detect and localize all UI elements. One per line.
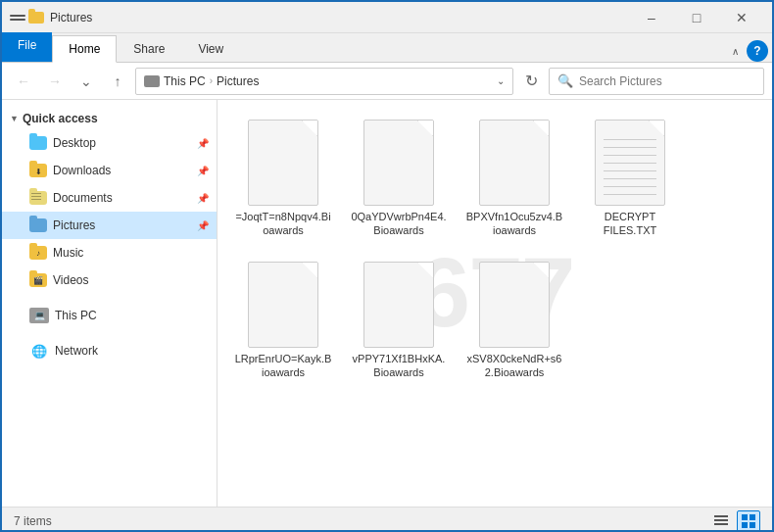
path-dropdown-arrow[interactable]: ⌄ [497,75,505,86]
sidebar-item-pictures[interactable]: Pictures 📌 [2,212,217,239]
documents-folder-icon [29,191,47,205]
ribbon-right-controls: ∧ ? [728,40,772,62]
address-path[interactable]: This PC › Pictures ⌄ [135,68,513,95]
icon-view-button[interactable] [737,510,760,532]
file-item-6[interactable]: xSV8X0ckeNdR+s62.Bioawards [460,254,568,388]
item-count: 7 items [14,514,52,528]
svg-rect-3 [742,514,748,520]
list-view-button[interactable] [709,510,733,532]
music-label: Music [53,246,83,260]
network-icon: 🌐 [29,343,49,359]
title-bar-app-icon [10,12,44,24]
file-icon-4 [248,262,318,348]
file-icon-2 [479,120,550,206]
svg-rect-5 [742,522,748,528]
back-button[interactable]: ← [10,68,37,95]
file-name-0: =JoqtT=n8Npqv4.Bioawards [234,210,332,238]
path-arrow-1: › [210,75,213,86]
help-button[interactable]: ? [747,40,768,62]
pictures-label: Pictures [53,218,95,232]
file-name-1: 0QaYDVwrbPn4E4.Bioawards [350,210,448,238]
file-name-5: vPPY71Xf1BHxKA.Bioawards [350,352,448,380]
file-icon-0 [248,120,318,206]
tab-file[interactable]: File [2,32,52,62]
pictures-folder-icon [29,218,47,232]
music-folder-icon: ♪ [29,246,47,260]
downloads-folder-icon: ⬇ [29,164,47,177]
file-item-3[interactable]: DECRYPT FILES.TXT [576,112,684,246]
file-item-4[interactable]: LRprEnrUO=Kayk.Bioawards [229,254,337,388]
address-bar: ← → ⌄ ↑ This PC › Pictures ⌄ ↻ 🔍 [2,63,772,100]
view-controls [709,510,760,532]
maximize-button[interactable]: □ [674,2,719,33]
path-pictures[interactable]: Pictures [217,74,259,88]
file-grid: =JoqtT=n8Npqv4.Bioawards 0QaYDVwrbPn4E4.… [229,112,760,387]
window-controls: – □ ✕ [629,2,764,33]
videos-label: Videos [53,273,88,287]
file-name-3: DECRYPT FILES.TXT [581,210,679,238]
sidebar-item-documents[interactable]: Documents 📌 [2,184,217,212]
path-icon [144,75,160,87]
title-bar: Pictures – □ ✕ [2,2,772,33]
ribbon-collapse-icon[interactable]: ∧ [728,44,743,59]
file-name-2: BPXVfn1Ocu5zv4.Bioawards [465,210,563,238]
up-button[interactable]: ↑ [104,68,131,95]
refresh-button[interactable]: ↻ [517,68,545,95]
path-this-pc[interactable]: This PC [164,74,206,88]
file-item-2[interactable]: BPXVfn1Ocu5zv4.Bioawards [460,112,568,246]
network-label: Network [55,344,98,358]
documents-pin-icon: 📌 [197,193,209,204]
status-bar: 7 items [2,507,772,532]
minimize-button[interactable]: – [629,2,674,33]
search-box[interactable]: 🔍 [549,68,764,95]
search-input[interactable] [579,74,755,88]
documents-label: Documents [53,191,113,205]
ribbon-tabs: File Home Share View ∧ ? [2,33,772,63]
file-name-6: xSV8X0ckeNdR+s62.Bioawards [465,352,563,380]
desktop-pin-icon: 📌 [197,138,209,149]
file-item-1[interactable]: 0QaYDVwrbPn4E4.Bioawards [345,112,453,246]
quick-access-header[interactable]: ▼ Quick access [2,108,217,129]
svg-rect-1 [714,519,728,521]
svg-rect-2 [714,523,728,525]
search-icon: 🔍 [557,73,573,88]
svg-rect-6 [750,522,755,528]
desktop-label: Desktop [53,136,96,150]
thispc-label: This PC [55,309,97,322]
sidebar-item-thispc[interactable]: 💻 This PC [2,302,217,329]
file-item-5[interactable]: vPPY71Xf1BHxKA.Bioawards [345,254,453,388]
window-title: Pictures [50,11,629,24]
sidebar-item-network[interactable]: 🌐 Network [2,337,217,364]
file-icon-3 [595,120,665,206]
thispc-icon: 💻 [29,308,49,323]
tab-share[interactable]: Share [117,35,181,63]
sidebar-item-downloads[interactable]: ⬇ Downloads 📌 [2,157,217,184]
sidebar-item-videos[interactable]: 🎬 Videos [2,266,217,294]
file-icon-6 [479,262,550,348]
tab-home[interactable]: Home [52,35,117,63]
content-area: 677 =JoqtT=n8Npqv4.Bioawards 0QaYDV [218,100,772,507]
downloads-label: Downloads [53,164,111,177]
tab-view[interactable]: View [181,35,240,63]
sidebar-item-music[interactable]: ♪ Music [2,239,217,266]
svg-rect-0 [714,515,728,517]
file-icon-5 [363,262,434,348]
sidebar-item-desktop[interactable]: Desktop 📌 [2,129,217,157]
main-layout: ▼ Quick access Desktop 📌 ⬇ Downloads 📌 D… [2,100,772,507]
dropdown-recent-button[interactable]: ⌄ [73,68,100,95]
file-name-4: LRprEnrUO=Kayk.Bioawards [234,352,332,380]
pictures-pin-icon: 📌 [197,220,209,231]
sidebar: ▼ Quick access Desktop 📌 ⬇ Downloads 📌 D… [2,100,218,507]
videos-folder-icon: 🎬 [29,273,47,287]
file-icon-1 [363,120,434,206]
file-item-0[interactable]: =JoqtT=n8Npqv4.Bioawards [229,112,337,246]
quick-access-chevron: ▼ [10,114,19,123]
downloads-pin-icon: 📌 [197,166,209,176]
forward-button[interactable]: → [41,68,69,95]
svg-rect-4 [750,514,755,520]
desktop-folder-icon [29,136,47,150]
close-button[interactable]: ✕ [719,2,764,33]
quick-access-label: Quick access [23,112,98,125]
